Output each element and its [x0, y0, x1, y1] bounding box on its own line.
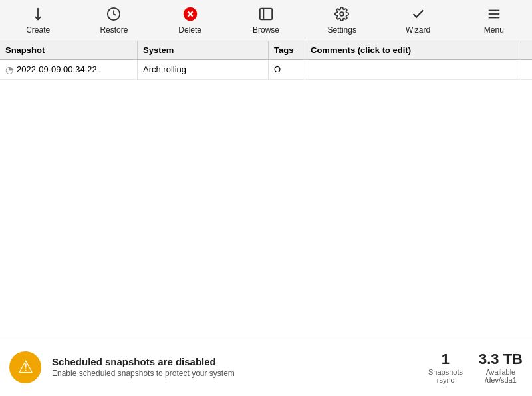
- td-system: Arch rolling: [138, 60, 269, 79]
- toolbar-label-delete: Delete: [178, 25, 201, 35]
- settings-icon: [334, 7, 349, 24]
- toolbar-label-settings: Settings: [328, 25, 356, 35]
- warning-icon: ⚠: [9, 351, 41, 383]
- svg-point-6: [340, 12, 344, 16]
- col-header-snapshot: Snapshot: [0, 41, 138, 59]
- stat-label: Snapshots: [428, 368, 463, 376]
- toolbar-item-delete[interactable]: Delete: [152, 4, 228, 37]
- col-header-system: System: [138, 41, 269, 59]
- toolbar-item-browse[interactable]: Browse: [228, 4, 304, 37]
- stat-sub: rsync: [437, 376, 454, 384]
- td-snapshot: ◔2022-09-09 00:34:22: [0, 60, 138, 79]
- toolbar-item-settings[interactable]: Settings: [304, 4, 380, 37]
- wizard-icon: [411, 7, 426, 24]
- delete-icon: [183, 7, 198, 24]
- snapshot-type-icon: ◔: [5, 64, 13, 75]
- col-header-tags: Tags: [269, 41, 305, 59]
- stat-value: 1: [442, 351, 450, 368]
- table-header: Snapshot System Tags Comments (click to …: [0, 41, 532, 60]
- td-tags: O: [269, 60, 305, 79]
- stat-sub: /dev/sda1: [485, 376, 517, 384]
- toolbar: CreateRestoreDeleteBrowseSettingsWizardM…: [0, 0, 532, 41]
- status-subtitle: Enable scheduled snapshots to protect yo…: [52, 369, 418, 378]
- stat-block-available: 3.3 TBAvailable/dev/sda1: [479, 351, 523, 384]
- status-text: Scheduled snapshots are disabled Enable …: [52, 356, 418, 378]
- toolbar-item-create[interactable]: Create: [0, 4, 76, 37]
- td-extra: [521, 60, 532, 79]
- stats-area: 1Snapshotsrsync3.3 TBAvailable/dev/sda1: [428, 351, 523, 384]
- col-header-extra: [521, 41, 532, 59]
- status-bar: ⚠ Scheduled snapshots are disabled Enabl…: [0, 338, 532, 396]
- svg-rect-5: [260, 8, 272, 19]
- toolbar-label-menu: Menu: [484, 25, 504, 35]
- table-body: ◔2022-09-09 00:34:22Arch rollingO: [0, 60, 532, 338]
- snapshot-datetime: 2022-09-09 00:34:22: [17, 64, 97, 74]
- col-header-comments: Comments (click to edit): [305, 41, 521, 59]
- table-row[interactable]: ◔2022-09-09 00:34:22Arch rollingO: [0, 60, 532, 80]
- toolbar-label-restore: Restore: [100, 25, 128, 35]
- restore-icon: [106, 7, 121, 24]
- table-area: Snapshot System Tags Comments (click to …: [0, 41, 532, 338]
- td-comments[interactable]: [305, 60, 521, 79]
- stat-label: Available: [486, 368, 515, 376]
- toolbar-item-menu[interactable]: Menu: [456, 4, 532, 37]
- toolbar-label-wizard: Wizard: [406, 25, 430, 35]
- status-title: Scheduled snapshots are disabled: [52, 356, 418, 367]
- toolbar-item-restore[interactable]: Restore: [76, 4, 152, 37]
- create-icon: [31, 7, 45, 24]
- stat-block-snapshots: 1Snapshotsrsync: [428, 351, 463, 384]
- toolbar-label-create: Create: [26, 25, 50, 35]
- toolbar-label-browse: Browse: [253, 25, 279, 35]
- toolbar-item-wizard[interactable]: Wizard: [380, 4, 456, 37]
- menu-icon: [487, 7, 501, 24]
- stat-value: 3.3 TB: [479, 351, 523, 368]
- browse-icon: [259, 7, 273, 24]
